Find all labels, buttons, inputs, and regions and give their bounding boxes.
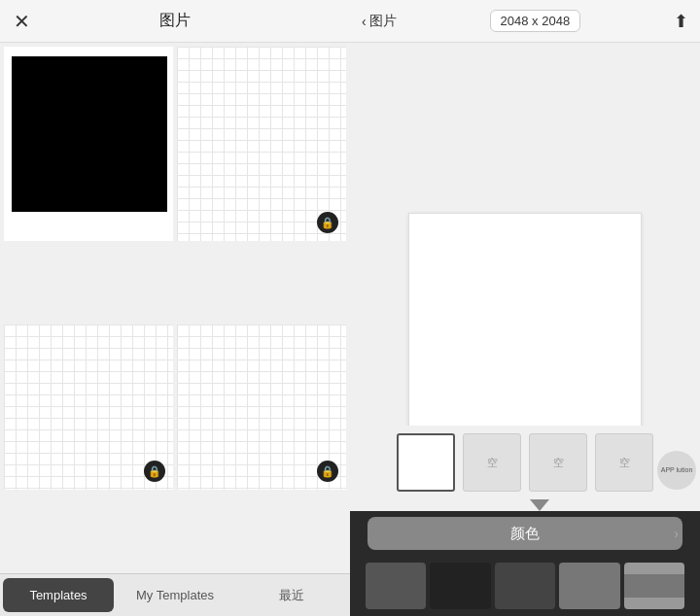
thumbnail-3[interactable]: 空	[529, 433, 587, 492]
swatch-1[interactable]	[366, 563, 426, 609]
tab-my-templates[interactable]: My Templates	[120, 578, 230, 612]
bottom-tabs: Templates My Templates 最近	[0, 573, 350, 616]
thumbnail-strip: 空 空 空	[350, 426, 700, 499]
right-panel: ‹ 图片 2048 x 2048 ⬆ 空 空 空	[350, 0, 700, 616]
tab-templates[interactable]: Templates	[3, 578, 114, 612]
tab-recent[interactable]: 最近	[236, 578, 347, 612]
right-header: ‹ 图片 2048 x 2048 ⬆	[350, 0, 700, 43]
color-button[interactable]: 颜色	[368, 517, 682, 550]
back-chevron-icon: ‹	[362, 14, 367, 29]
bottom-overlay: 空 空 空 颜色 ›	[350, 426, 700, 616]
color-button-row: 颜色 ›	[358, 511, 692, 556]
swatch-3[interactable]	[495, 563, 555, 609]
swatch-row	[358, 556, 692, 616]
black-square-preview	[12, 56, 167, 212]
close-button[interactable]: ✕	[14, 10, 30, 33]
thumbnail-1[interactable]	[397, 433, 455, 492]
template-item-top-right[interactable]: 🔒	[177, 47, 346, 241]
left-panel: ✕ 图片 🔒 🔒 🔒 Templates My Templates 最近	[0, 0, 350, 616]
triangle-pointer	[530, 499, 549, 511]
back-label: 图片	[369, 13, 397, 30]
share-button[interactable]: ⬆	[674, 11, 688, 32]
left-header: ✕ 图片	[0, 0, 350, 43]
chevron-right-icon: ›	[674, 526, 679, 541]
lock-icon-2: 🔒	[144, 461, 165, 482]
thumbnail-2[interactable]: 空	[463, 433, 521, 492]
grid-pattern	[177, 47, 346, 241]
template-grid: 🔒 🔒 🔒	[0, 43, 350, 573]
template-item-bottom-left[interactable]: 🔒	[4, 325, 173, 490]
thumbnail-4[interactable]: 空	[595, 433, 653, 492]
swatch-2[interactable]	[430, 563, 490, 609]
swatch-5[interactable]	[624, 563, 684, 609]
watermark: APP lution	[657, 451, 696, 490]
back-button[interactable]: ‹ 图片	[362, 13, 397, 30]
template-item-bottom-right[interactable]: 🔒	[177, 325, 346, 490]
canvas-preview	[408, 213, 642, 446]
template-item-large[interactable]	[4, 47, 173, 241]
thumb-label-3: 空	[553, 456, 564, 470]
lock-icon: 🔒	[317, 212, 338, 233]
thumb-label-2: 空	[487, 456, 498, 470]
dark-bar: 颜色 ›	[350, 511, 700, 616]
swatch-4[interactable]	[559, 563, 619, 609]
size-badge: 2048 x 2048	[490, 10, 581, 32]
lock-icon-3: 🔒	[317, 461, 338, 482]
thumb-label-4: 空	[619, 456, 630, 470]
left-title: 图片	[159, 11, 191, 31]
